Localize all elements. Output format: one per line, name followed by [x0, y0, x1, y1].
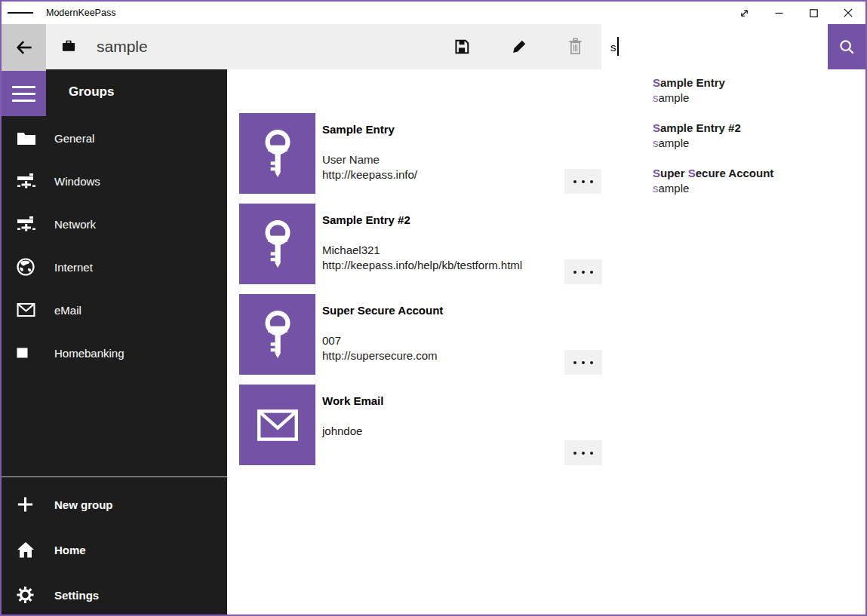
entry-more-button[interactable] [564, 440, 602, 465]
sidebar-item-new-group[interactable]: New group [2, 482, 227, 527]
sidebar-item-label: Windows [54, 174, 100, 187]
entry-title: Sample Entry #2 [322, 213, 410, 226]
key-icon [260, 129, 295, 179]
save-icon [453, 38, 470, 55]
entry-tile[interactable] [239, 385, 315, 465]
minimize-icon [775, 9, 783, 17]
settings-icon [17, 587, 35, 604]
entry-username: User Name [322, 152, 417, 167]
maximize-icon [810, 9, 818, 17]
add-icon [17, 496, 35, 513]
command-bar: sample [2, 24, 865, 69]
sidebar: Groups General Windows Network Internet [2, 69, 227, 614]
network-icon [17, 216, 36, 231]
folder-icon [17, 131, 36, 145]
sidebar-item-label: Internet [54, 260, 93, 273]
key-icon [260, 219, 295, 269]
minimize-button[interactable] [761, 2, 796, 24]
window-controls [727, 2, 865, 24]
globe-icon [17, 258, 36, 276]
sidebar-item-settings[interactable]: Settings [2, 572, 227, 616]
entry-title: Sample Entry [322, 123, 395, 136]
edit-pencil-icon [511, 38, 527, 55]
title-bar: ModernKeePass [2, 2, 865, 24]
entry-subtitle: User Name http://keepass.info/ [322, 152, 417, 182]
maximize-button[interactable] [796, 2, 831, 24]
entry-tile[interactable] [239, 113, 315, 194]
text-caret [617, 37, 619, 56]
search-button[interactable] [828, 24, 865, 69]
sidebar-item-label: eMail [54, 303, 81, 316]
magnifier-icon [838, 38, 856, 56]
delete-button[interactable] [552, 24, 598, 69]
mail-icon [17, 302, 36, 317]
suggestion-item[interactable]: Sample Entry sample [653, 75, 725, 106]
search-suggestions: Sample Entry sample Sample Entry #2 samp… [601, 69, 865, 217]
sidebar-item-home[interactable]: Home [2, 527, 227, 572]
sidebar-item-email[interactable]: eMail [2, 288, 227, 331]
suggestion-subtitle: sample [653, 136, 741, 151]
groups-header: Groups [69, 84, 114, 100]
sidebar-item-general[interactable]: General [2, 116, 227, 159]
sidebar-item-label: General [54, 131, 94, 144]
network-icon [17, 173, 36, 188]
sidebar-item-internet[interactable]: Internet [2, 245, 227, 288]
suggestion-item[interactable]: Sample Entry #2 sample [653, 121, 741, 151]
titlebar-hamburger-icon[interactable] [8, 2, 33, 24]
ellipsis-icon [573, 452, 576, 455]
back-button[interactable] [2, 24, 46, 71]
close-icon [844, 8, 853, 17]
entry-url: http://supersecure.com [322, 348, 438, 363]
sidebar-item-label: Home [54, 544, 86, 556]
sidebar-item-homebanking[interactable]: Homebanking [2, 331, 227, 374]
mail-icon [256, 408, 300, 443]
home-icon [17, 541, 35, 558]
entry-more-button[interactable] [564, 169, 602, 194]
suggestion-title: Sample Entry [653, 75, 725, 90]
entry-more-button[interactable] [564, 350, 602, 375]
entry-username: johndoe [322, 424, 362, 439]
save-button[interactable] [439, 24, 484, 69]
entry-subtitle: Michael321 http://keepass.info/help/kb/t… [322, 243, 522, 273]
entry-more-button[interactable] [564, 259, 602, 284]
entry-tile[interactable] [239, 294, 315, 375]
sidebar-hamburger-button[interactable] [2, 71, 46, 116]
entry-subtitle: 007 http://supersecure.com [322, 333, 438, 363]
sidebar-item-network[interactable]: Network [2, 202, 227, 245]
diagonal-resize-icon [739, 8, 750, 19]
back-arrow-icon [14, 37, 35, 58]
app-title: ModernKeePass [46, 2, 115, 24]
database-icon [62, 40, 75, 52]
suggestion-title: Sample Entry #2 [653, 121, 741, 136]
ellipsis-icon [573, 180, 576, 183]
sidebar-item-label: Homebanking [54, 346, 125, 359]
entry-username: 007 [322, 333, 438, 348]
ellipsis-icon [573, 271, 576, 274]
sidebar-item-windows[interactable]: Windows [2, 159, 227, 202]
suggestion-subtitle: sample [653, 90, 725, 106]
suggestion-subtitle: sample [653, 181, 773, 196]
edit-button[interactable] [497, 24, 542, 69]
entry-url: http://keepass.info/help/kb/testform.htm… [322, 258, 522, 273]
entry-tile[interactable] [239, 204, 315, 284]
ellipsis-icon [573, 361, 576, 364]
entry-title: Work Email [322, 394, 383, 407]
sidebar-item-label: Network [54, 217, 96, 230]
entry-username: Michael321 [322, 243, 522, 258]
command-bar-surface: sample [46, 24, 601, 69]
search-input[interactable] [601, 24, 828, 69]
suggestion-title: Super Secure Account [653, 166, 773, 181]
key-icon [260, 310, 295, 360]
close-button[interactable] [831, 2, 865, 24]
entry-row[interactable]: Super Secure Account 007 http://supersec… [227, 294, 865, 375]
app-window: ModernKeePass [0, 0, 867, 616]
search-box [601, 24, 828, 69]
fullscreen-button[interactable] [727, 2, 761, 24]
suggestion-item[interactable]: Super Secure Account sample [653, 166, 773, 196]
entry-row[interactable]: Work Email johndoe [227, 385, 865, 465]
square-icon [17, 348, 36, 358]
entry-url: http://keepass.info/ [322, 167, 417, 182]
entry-title: Super Secure Account [322, 304, 443, 317]
entry-subtitle: johndoe [322, 424, 362, 439]
sidebar-divider [2, 477, 227, 477]
